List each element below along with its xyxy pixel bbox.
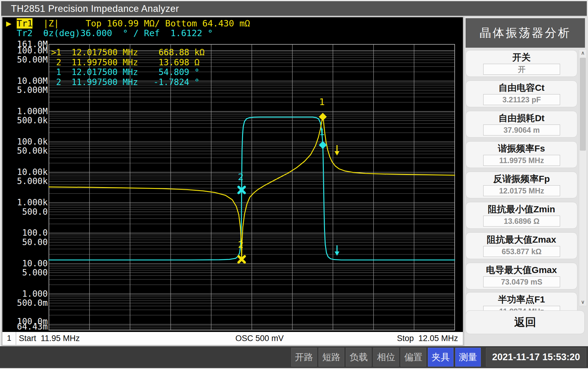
- toolbar-button-open[interactable]: 开路: [291, 348, 317, 367]
- bottom-toolbar: 开路短路负载相位偏置夹具测量 2021-11-17 15:53:20: [0, 346, 588, 368]
- toolbar-button-phase[interactable]: 相位: [373, 348, 399, 367]
- scroll-down-icon[interactable]: ∨: [579, 299, 586, 306]
- marker-number-label: 2: [238, 171, 244, 182]
- side-panel: 晶体振荡器分析 开关开自由电容Ct3.21123 pF自由损耗Dt37.9064…: [465, 17, 588, 346]
- y-axis-tick-label: 50.00k: [17, 146, 48, 156]
- toolbar-button-measure[interactable]: 测量: [455, 348, 481, 367]
- menu-card-value: 12.0175 MHz: [483, 185, 560, 196]
- menu-card-label: 反谐振频率Fp: [466, 173, 577, 185]
- marker-search-arrow-icon: [335, 245, 340, 256]
- menu-card-value: 73.0479 mS: [483, 276, 560, 287]
- menu-card-value: 11.9975 MHz: [483, 155, 560, 166]
- trace1-label: Tr1: [17, 18, 32, 29]
- analyzer-screen: 161.0M100.0M50.00M10.00M5.000M1.000M500.…: [2, 17, 463, 346]
- menu-card-conductance-max-gmax[interactable]: 电导最大值Gmax73.0479 mS: [466, 263, 577, 289]
- status-bar: 1 Start 11.95 MHz OSC 500 mV Stop 12.05 …: [2, 332, 463, 345]
- menu-card-label: 半功率点F1: [466, 293, 577, 306]
- y-axis-tick-label: 5.000: [22, 268, 48, 278]
- y-axis-tick-label: 10.00M: [17, 76, 48, 86]
- scroll-up-icon[interactable]: ∧: [579, 50, 586, 57]
- datetime-display: 2021-11-17 15:53:20: [486, 348, 586, 367]
- menu-card-label: 电导最大值Gmax: [466, 264, 577, 276]
- marker-2-tr2[interactable]: 2: [238, 171, 244, 193]
- trace1-header[interactable]: ▶ Tr1 |Z| Top 160.99 MΩ/ Bottom 64.430 m…: [6, 19, 250, 28]
- marker-readout-row: 2 11.997500 MHz 13.698 Ω: [51, 58, 205, 68]
- channel-indicator: 1: [2, 332, 16, 345]
- menu-card-free-capacitance-ct[interactable]: 自由电容Ct3.21123 pF: [466, 80, 577, 107]
- panel-title: 晶体振荡器分析: [466, 18, 585, 48]
- title-bar: TH2851 Precision Impedance Analyzer: [1, 1, 587, 16]
- menu-card-label: 开关: [466, 51, 577, 63]
- y-axis-tick-label: 10.00: [22, 258, 48, 268]
- trace2-header[interactable]: Tr2 θz(deg)36.000 ° / Ref 1.6122 °: [6, 29, 213, 38]
- menu-card-antiresonant-freq-fp[interactable]: 反谐振频率Fp12.0175 MHz: [466, 172, 577, 198]
- y-axis-tick-label: 100.0M: [17, 46, 48, 56]
- y-axis-tick-label: 10.00k: [17, 167, 48, 177]
- menu-card-value: 37.9064 m: [483, 125, 560, 135]
- menu-card-label: 谐振频率Fs: [466, 142, 577, 155]
- toolbar-button-short[interactable]: 短路: [319, 348, 344, 367]
- y-axis-tick-label: 500.0: [22, 207, 48, 217]
- menu-card-free-loss-dt[interactable]: 自由损耗Dt37.9064 m: [466, 111, 577, 138]
- panel-scrollbar: ∧ ∨: [579, 49, 587, 306]
- toolbar-button-fixture[interactable]: 夹具: [428, 348, 453, 367]
- y-axis-tick-label: 64.43m: [17, 322, 48, 332]
- menu-card-label: 阻抗最小值Zmin: [466, 203, 577, 215]
- osc-level-field[interactable]: OSC 500 mV: [235, 332, 284, 345]
- scrollbar-thumb[interactable]: [580, 58, 586, 151]
- marker-1-tr1[interactable]: 1: [319, 96, 327, 121]
- menu-card-value: 开: [483, 64, 560, 75]
- active-trace-arrow-icon: ▶: [6, 18, 11, 29]
- y-axis-tick-label: 50.00M: [17, 55, 48, 65]
- y-axis-tick-label: 5.000k: [17, 176, 48, 186]
- marker-readout: >1 12.017500 MHz 668.88 kΩ 2 11.997500 M…: [51, 48, 205, 87]
- toolbar-button-load[interactable]: 负载: [346, 348, 371, 367]
- marker-number-label: 1: [319, 96, 325, 107]
- menu-card-switch[interactable]: 开关开: [466, 50, 577, 77]
- menu-card-label: 阻抗最大值Zmax: [466, 234, 577, 246]
- back-button[interactable]: 返回: [466, 310, 585, 334]
- y-axis-tick-label: 500.0k: [17, 115, 48, 125]
- marker-readout-row: 1 12.017500 MHz 54.809 °: [51, 67, 205, 77]
- instrument-window: TH2851 Precision Impedance Analyzer 161.…: [0, 0, 588, 369]
- y-axis-tick-label: 100.0: [22, 228, 48, 238]
- y-axis-tick-label: 100.0k: [17, 137, 48, 147]
- marker-readout-row: >1 12.017500 MHz 668.88 kΩ: [51, 48, 205, 58]
- menu-card-value: 13.6896 Ω: [483, 216, 560, 227]
- y-axis-tick-label: 1.000: [22, 289, 48, 299]
- y-axis-tick-label: 50.00: [22, 237, 48, 247]
- y-axis-tick-label: 500.0m: [17, 298, 48, 308]
- trace1-scale-text: |Z| Top 160.99 MΩ/ Bottom 64.430 mΩ: [32, 18, 250, 29]
- trace2-scale-text: Tr2 θz(deg)36.000 ° / Ref 1.6122 °: [6, 28, 213, 38]
- menu-card-value: 653.877 kΩ: [483, 246, 560, 257]
- window-title: TH2851 Precision Impedance Analyzer: [11, 3, 179, 14]
- menu-card-impedance-max-zmax[interactable]: 阻抗最大值Zmax653.877 kΩ: [466, 232, 577, 259]
- menu-card-label: 自由电容Ct: [466, 82, 577, 94]
- y-axis-tick-label: 5.000M: [17, 85, 48, 95]
- menu-card-label: 自由损耗Dt: [466, 112, 577, 124]
- marker-readout-row: 2 11.997500 MHz -1.7824 °: [51, 77, 205, 87]
- y-axis-tick-label: 1.000M: [17, 106, 48, 116]
- y-axis-tick-label: 1.000k: [17, 197, 48, 207]
- start-frequency-field[interactable]: Start 11.95 MHz: [19, 332, 80, 345]
- menu-card-value: 3.21123 pF: [483, 94, 560, 105]
- menu-card-resonant-freq-fs[interactable]: 谐振频率Fs11.9975 MHz: [466, 141, 577, 168]
- toolbar-button-bias[interactable]: 偏置: [401, 348, 426, 367]
- stop-frequency-field[interactable]: Stop 12.05 MHz: [397, 332, 458, 345]
- marker-number-label: 2: [238, 239, 244, 250]
- menu-card-impedance-min-zmin[interactable]: 阻抗最小值Zmin13.6896 Ω: [466, 202, 577, 229]
- marker-number-label: 1: [319, 126, 325, 137]
